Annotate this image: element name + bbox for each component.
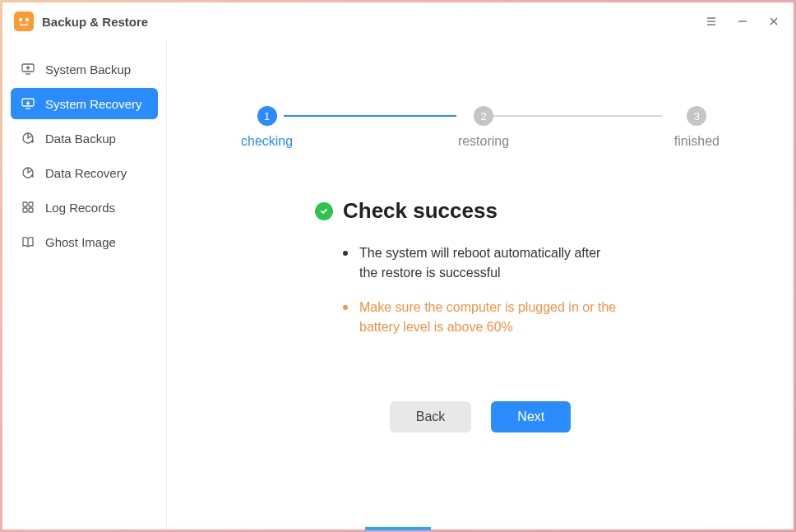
bullet-dot-icon xyxy=(343,305,348,310)
step-number: 2 xyxy=(474,106,493,126)
bullet-text: The system will reboot automatically aft… xyxy=(359,243,622,283)
svg-rect-15 xyxy=(29,202,33,206)
pie-up-icon xyxy=(21,131,35,146)
content-heading: Check success xyxy=(343,198,498,224)
svg-rect-16 xyxy=(23,208,27,212)
sidebar-item-system-backup[interactable]: System Backup xyxy=(11,53,158,85)
body: System Backup System Recovery Data Backu… xyxy=(2,40,794,530)
sidebar-item-label: Ghost Image xyxy=(45,235,116,249)
sidebar-item-ghost-image[interactable]: Ghost Image xyxy=(11,226,158,257)
sidebar-item-data-backup[interactable]: Data Backup xyxy=(11,123,158,154)
step-finished: 3 finished xyxy=(674,106,720,149)
minimize-icon[interactable] xyxy=(734,13,751,30)
step-line-2 xyxy=(489,115,662,117)
step-label: finished xyxy=(674,134,720,149)
bottom-accent-bar xyxy=(365,527,431,530)
sidebar-item-label: System Backup xyxy=(45,62,131,76)
progress-stepper: 1 checking 2 restoring 3 finished xyxy=(241,106,720,149)
sidebar-item-label: Data Backup xyxy=(45,132,116,146)
sidebar-item-system-recovery[interactable]: System Recovery xyxy=(11,88,158,119)
heading-row: Check success xyxy=(315,198,695,224)
svg-rect-14 xyxy=(23,202,27,206)
sidebar-item-label: Log Records xyxy=(45,201,115,215)
app-window: Backup & Restore System Backup xyxy=(2,2,794,530)
bullet-item: The system will reboot automatically aft… xyxy=(343,243,695,283)
main-panel: 1 checking 2 restoring 3 finished Ch xyxy=(167,40,794,530)
bullet-text: Make sure the computer is plugged in or … xyxy=(359,298,622,337)
step-restoring: 2 restoring xyxy=(458,106,509,149)
titlebar-left: Backup & Restore xyxy=(14,12,148,31)
step-label: checking xyxy=(241,134,293,149)
svg-point-0 xyxy=(19,18,22,21)
step-checking: 1 checking xyxy=(241,106,293,149)
grid-icon xyxy=(21,200,35,215)
bullet-item: Make sure the computer is plugged in or … xyxy=(343,298,695,337)
content-box: Check success The system will reboot aut… xyxy=(315,198,695,352)
button-row: Back Next xyxy=(216,401,744,433)
bullet-list: The system will reboot automatically aft… xyxy=(343,243,695,337)
pie-down-icon xyxy=(21,165,35,180)
step-label: restoring xyxy=(458,134,509,149)
titlebar-controls xyxy=(703,13,782,30)
titlebar: Backup & Restore xyxy=(2,2,794,40)
monitor-up-icon xyxy=(21,62,35,76)
close-icon[interactable] xyxy=(766,13,782,30)
sidebar: System Backup System Recovery Data Backu… xyxy=(2,40,167,530)
monitor-down-icon xyxy=(21,96,35,111)
app-logo-icon xyxy=(14,12,34,31)
check-success-icon xyxy=(315,202,333,220)
svg-rect-17 xyxy=(29,208,33,212)
step-number: 1 xyxy=(257,106,277,126)
next-button[interactable]: Next xyxy=(491,401,571,433)
step-number: 3 xyxy=(687,106,706,126)
sidebar-item-log-records[interactable]: Log Records xyxy=(11,192,158,223)
app-title: Backup & Restore xyxy=(42,15,148,29)
book-icon xyxy=(21,234,35,249)
sidebar-item-label: System Recovery xyxy=(45,97,142,111)
step-line-1 xyxy=(284,115,456,117)
back-button[interactable]: Back xyxy=(390,401,472,433)
sidebar-item-label: Data Recovery xyxy=(45,166,127,180)
sidebar-item-data-recovery[interactable]: Data Recovery xyxy=(11,157,158,188)
svg-point-1 xyxy=(25,18,29,21)
menu-icon[interactable] xyxy=(703,13,720,30)
bullet-dot-icon xyxy=(343,251,348,256)
